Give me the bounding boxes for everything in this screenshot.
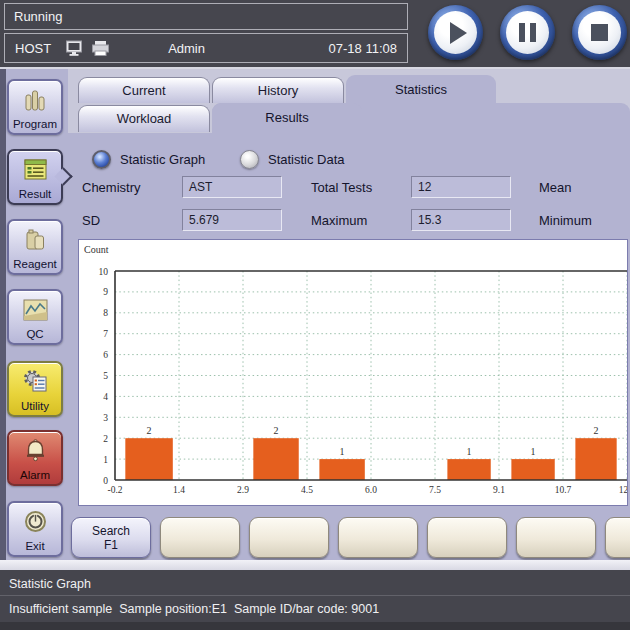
monitor-icon: [65, 40, 85, 57]
status-message: Statistic Graph: [0, 572, 630, 596]
function-key-button-2[interactable]: [160, 517, 240, 558]
svg-text:1: 1: [531, 446, 536, 457]
tab-results-label: Results: [265, 110, 308, 125]
reagent-bottles-icon: [22, 221, 48, 258]
chemistry-label: Chemistry: [82, 180, 141, 195]
radio-statistic-graph[interactable]: Statistic Graph: [92, 150, 205, 169]
play-icon: [450, 22, 467, 44]
printer-icon: [91, 40, 110, 57]
test-tube-rack-icon: [22, 81, 48, 118]
tab-workload[interactable]: Workload: [78, 105, 210, 132]
sidebar-item-utility[interactable]: Utility: [7, 361, 63, 417]
alarm-bell-icon: [22, 432, 49, 469]
svg-text:4: 4: [103, 392, 108, 402]
minimum-label: Minimum: [539, 213, 592, 228]
svg-text:7: 7: [103, 329, 108, 339]
svg-text:2: 2: [594, 425, 599, 436]
datetime: 07-18 11:08: [329, 41, 397, 56]
tab-history[interactable]: History: [212, 77, 344, 103]
sidebar-item-program[interactable]: Program: [7, 79, 63, 135]
statistics-histogram: 221112012345678910-0.21.42.94.56.07.59.1…: [78, 239, 628, 506]
svg-text:9: 9: [103, 287, 108, 297]
svg-text:8: 8: [103, 308, 108, 318]
status-area: Statistic Graph Insufficient sample Samp…: [0, 570, 630, 630]
host-label: HOST: [15, 41, 51, 56]
svg-text:1.4: 1.4: [173, 485, 185, 495]
stop-button[interactable]: [572, 5, 627, 60]
sd-field[interactable]: 5.679: [182, 209, 282, 231]
bottom-edge: [0, 622, 630, 630]
radio-statistic-data[interactable]: Statistic Data: [240, 150, 345, 169]
host-box: HOST Admin 07-18 11:08: [4, 33, 408, 63]
svg-text:12.2: 12.2: [619, 485, 627, 495]
report-icon: [22, 151, 49, 188]
svg-text:2: 2: [103, 434, 108, 444]
pause-button[interactable]: [500, 5, 555, 60]
function-key-button-4[interactable]: [338, 517, 418, 558]
stop-icon: [591, 24, 608, 41]
tab-results[interactable]: Results: [212, 103, 362, 134]
start-button[interactable]: [428, 5, 483, 60]
search-f1-button[interactable]: Search F1: [71, 517, 151, 558]
maximum-field[interactable]: 15.3: [411, 209, 511, 231]
svg-text:1: 1: [103, 455, 108, 465]
svg-text:3: 3: [103, 413, 108, 423]
radio-graph-circle: [92, 150, 111, 169]
sidebar-item-result[interactable]: Result: [7, 149, 63, 205]
function-key-button-7[interactable]: [605, 517, 630, 558]
tab-current[interactable]: Current: [78, 77, 210, 103]
histogram-svg: 221112012345678910-0.21.42.94.56.07.59.1…: [79, 240, 627, 505]
run-status-box: Running: [4, 3, 408, 30]
svg-text:2: 2: [147, 425, 152, 436]
sd-label: SD: [82, 213, 100, 228]
svg-text:2: 2: [274, 425, 279, 436]
svg-text:Count: Count: [84, 244, 109, 255]
left-edge-strip: [0, 69, 6, 572]
svg-text:1: 1: [340, 446, 345, 457]
alarm-message: Insufficient sample Sample position:E1 S…: [0, 597, 630, 621]
chemistry-field[interactable]: AST: [182, 176, 282, 198]
sidebar-item-qc[interactable]: QC: [7, 289, 63, 345]
tab-statistics-label: Statistics: [395, 82, 447, 97]
svg-text:2.9: 2.9: [237, 485, 249, 495]
svg-text:7.5: 7.5: [429, 485, 441, 495]
svg-text:10: 10: [99, 267, 109, 277]
svg-text:-0.2: -0.2: [107, 485, 122, 495]
sidebar-item-exit[interactable]: Exit: [7, 501, 63, 557]
svg-text:10.7: 10.7: [555, 485, 572, 495]
svg-text:6: 6: [103, 350, 108, 360]
svg-text:5: 5: [103, 371, 108, 381]
function-key-button-5[interactable]: [427, 517, 507, 558]
mean-label: Mean: [539, 180, 572, 195]
current-user: Admin: [168, 41, 205, 56]
tab-statistics[interactable]: Statistics: [346, 75, 496, 105]
maximum-label: Maximum: [311, 213, 367, 228]
analyzer-screen: Running HOST Admin 07-18 11:08: [0, 0, 630, 630]
function-key-button-6[interactable]: [516, 517, 596, 558]
svg-text:6.0: 6.0: [365, 485, 377, 495]
svg-text:0: 0: [103, 476, 108, 486]
gear-settings-icon: [22, 363, 49, 400]
main-panel: Statistics Results Current History Workl…: [0, 67, 630, 570]
total-tests-field[interactable]: 12: [411, 176, 511, 198]
svg-text:9.1: 9.1: [493, 485, 505, 495]
svg-text:4.5: 4.5: [301, 485, 313, 495]
svg-text:1: 1: [467, 446, 472, 457]
function-key-button-3[interactable]: [249, 517, 329, 558]
radio-data-circle: [240, 150, 259, 169]
sidebar-item-reagent[interactable]: Reagent: [7, 219, 63, 275]
power-icon: [22, 503, 49, 540]
pause-icon: [519, 23, 536, 42]
run-status-text: Running: [14, 9, 62, 24]
qc-chart-icon: [22, 291, 49, 328]
total-tests-label: Total Tests: [311, 180, 372, 195]
top-bar: Running HOST Admin 07-18 11:08: [0, 0, 630, 67]
sidebar-item-alarm[interactable]: Alarm: [7, 430, 63, 486]
